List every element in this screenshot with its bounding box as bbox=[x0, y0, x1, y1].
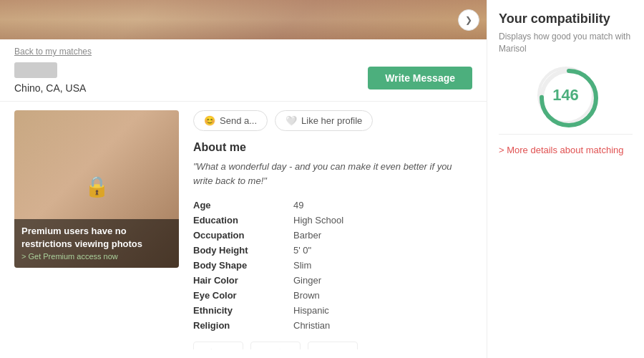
field-label: Body Height bbox=[193, 243, 293, 258]
field-label: Hair Color bbox=[193, 273, 293, 288]
premium-title: Premium users have no restrictions viewi… bbox=[21, 225, 172, 251]
lifestyle-icon-card: 🚬 No bbox=[193, 342, 243, 349]
field-value: 49 bbox=[293, 198, 472, 213]
hero-image: ❯ bbox=[0, 0, 487, 39]
lifestyle-icon-card: 🐾 I don't have bbox=[308, 342, 358, 349]
heart-icon: 🤍 bbox=[286, 115, 297, 126]
premium-banner: Premium users have no restrictions viewi… bbox=[14, 219, 179, 268]
field-value: Hispanic bbox=[293, 303, 472, 318]
lifestyle-icon: 🐾 bbox=[323, 349, 343, 350]
field-value: Brown bbox=[293, 288, 472, 303]
send-label: Send a... bbox=[220, 115, 257, 126]
profile-table: Age 49 Education High School Occupation … bbox=[193, 198, 472, 333]
field-value: Barber bbox=[293, 228, 472, 243]
field-label: Ethnicity bbox=[193, 303, 293, 318]
field-value: Christian bbox=[293, 318, 472, 333]
compatibility-circle: 146 bbox=[537, 67, 595, 124]
compatibility-score: 146 bbox=[552, 86, 579, 105]
more-details-link[interactable]: > More details about matching bbox=[499, 145, 633, 155]
like-button[interactable]: 🤍 Like her profile bbox=[275, 110, 373, 131]
divider bbox=[499, 134, 633, 135]
get-premium-link[interactable]: > Get Premium access now bbox=[21, 251, 172, 262]
field-label: Occupation bbox=[193, 228, 293, 243]
lifestyle-icons-row: 🚬 No 🥂 Socially 🐾 I don't have bbox=[193, 342, 472, 349]
table-row: Religion Christian bbox=[193, 318, 472, 333]
profile-header-row: Chino, CA, USA Write Message bbox=[14, 62, 472, 94]
field-value: High School bbox=[293, 213, 472, 228]
avatar-placeholder bbox=[14, 62, 57, 78]
table-row: Eye Color Brown bbox=[193, 288, 472, 303]
lifestyle-icon: 🚬 bbox=[209, 349, 228, 350]
field-label: Education bbox=[193, 213, 293, 228]
profile-photo: 🔒 Premium users have no restrictions vie… bbox=[14, 110, 179, 268]
action-buttons: 😊 Send a... 🤍 Like her profile bbox=[193, 110, 472, 131]
profile-body: 🔒 Premium users have no restrictions vie… bbox=[0, 102, 487, 358]
like-label: Like her profile bbox=[301, 115, 362, 126]
send-icon: 😊 bbox=[204, 115, 215, 126]
sidebar: Your compatibility Displays how good you… bbox=[487, 0, 644, 358]
about-quote: "What a wonderful day - and you can make… bbox=[193, 160, 472, 188]
more-details-text: > More details about matching bbox=[499, 145, 624, 155]
send-button[interactable]: 😊 Send a... bbox=[193, 110, 268, 131]
field-label: Eye Color bbox=[193, 288, 293, 303]
field-value: 5' 0" bbox=[293, 243, 472, 258]
table-row: Hair Color Ginger bbox=[193, 273, 472, 288]
profile-header: Back to my matches Chino, CA, USA Write … bbox=[0, 39, 487, 102]
location-text: Chino, CA, USA bbox=[14, 82, 86, 94]
table-row: Ethnicity Hispanic bbox=[193, 303, 472, 318]
table-row: Education High School bbox=[193, 213, 472, 228]
lifestyle-icon: 🥂 bbox=[266, 349, 286, 350]
sidebar-subtitle: Displays how good you match with Marisol bbox=[499, 31, 633, 55]
table-row: Body Shape Slim bbox=[193, 258, 472, 273]
lifestyle-icon-card: 🥂 Socially bbox=[250, 342, 301, 349]
write-message-button[interactable]: Write Message bbox=[368, 67, 472, 90]
field-label: Religion bbox=[193, 318, 293, 333]
about-me-title: About me bbox=[193, 141, 472, 154]
main-content: ❯ Back to my matches Chino, CA, USA Writ… bbox=[0, 0, 487, 358]
table-row: Body Height 5' 0" bbox=[193, 243, 472, 258]
sidebar-title: Your compatibility bbox=[499, 11, 633, 26]
field-value: Ginger bbox=[293, 273, 472, 288]
field-label: Age bbox=[193, 198, 293, 213]
field-label: Body Shape bbox=[193, 258, 293, 273]
field-value: Slim bbox=[293, 258, 472, 273]
profile-photo-column: 🔒 Premium users have no restrictions vie… bbox=[14, 110, 179, 349]
back-to-matches-link[interactable]: Back to my matches bbox=[14, 47, 472, 57]
hero-next-button[interactable]: ❯ bbox=[458, 9, 479, 31]
lock-icon: 🔒 bbox=[84, 175, 109, 198]
table-row: Age 49 bbox=[193, 198, 472, 213]
table-row: Occupation Barber bbox=[193, 228, 472, 243]
profile-details-column: 😊 Send a... 🤍 Like her profile About me … bbox=[193, 110, 472, 349]
